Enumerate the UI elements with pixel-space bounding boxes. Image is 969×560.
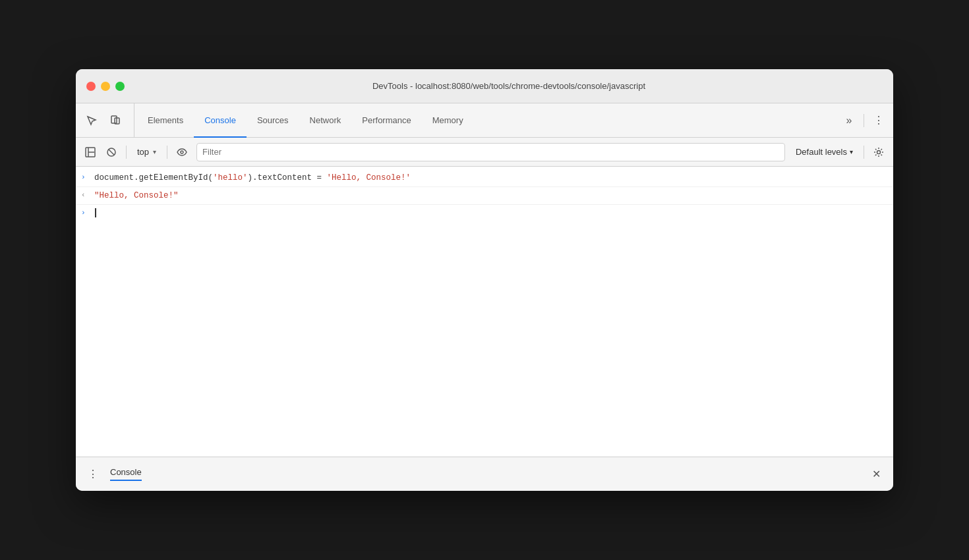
cursor bbox=[95, 208, 96, 217]
tab-bar-icons bbox=[81, 103, 134, 137]
console-toolbar: top ▾ Default levels ▾ bbox=[76, 138, 893, 167]
context-selector[interactable]: top ▾ bbox=[132, 143, 162, 161]
drawer-tab-console[interactable]: Console bbox=[102, 467, 150, 481]
output-arrow-icon: ‹ bbox=[81, 190, 92, 202]
cursor-arrow-icon: › bbox=[81, 208, 92, 219]
toolbar-divider-2 bbox=[167, 146, 167, 159]
tab-console[interactable]: Console bbox=[194, 104, 247, 138]
toolbar-divider-3 bbox=[864, 146, 864, 159]
console-cursor-line[interactable]: › bbox=[76, 205, 893, 221]
minimize-window-button[interactable] bbox=[101, 82, 110, 91]
tab-bar: Elements Console Sources Network Perform… bbox=[76, 103, 893, 138]
filter-input-wrapper bbox=[196, 143, 785, 161]
divider bbox=[864, 114, 864, 127]
drawer-menu-button[interactable]: ⋮ bbox=[84, 465, 102, 484]
console-output-content: "Hello, Console!" bbox=[94, 189, 888, 202]
toolbar-divider-1 bbox=[126, 146, 127, 159]
eye-icon-button[interactable] bbox=[173, 143, 191, 161]
maximize-window-button[interactable] bbox=[115, 82, 125, 91]
tab-sources[interactable]: Sources bbox=[247, 104, 299, 138]
console-line-output: ‹ "Hello, Console!" bbox=[76, 187, 893, 205]
svg-point-7 bbox=[181, 151, 183, 154]
title-bar: DevTools - localhost:8080/web/tools/chro… bbox=[76, 69, 893, 103]
window-controls bbox=[86, 82, 125, 91]
devtools-window: DevTools - localhost:8080/web/tools/chro… bbox=[76, 69, 893, 491]
filter-input[interactable] bbox=[202, 147, 779, 157]
window-title: DevTools - localhost:8080/web/tools/chro… bbox=[135, 81, 883, 91]
bottom-drawer: ⋮ Console ✕ bbox=[76, 457, 893, 491]
chevron-down-icon: ▾ bbox=[850, 148, 853, 155]
input-arrow-icon[interactable]: › bbox=[81, 172, 92, 184]
tab-elements[interactable]: Elements bbox=[137, 104, 194, 138]
svg-rect-0 bbox=[111, 116, 117, 123]
device-mode-icon-button[interactable] bbox=[105, 110, 126, 131]
svg-line-6 bbox=[109, 150, 114, 155]
chevron-down-icon: ▾ bbox=[153, 148, 156, 155]
tab-overflow-button[interactable]: » bbox=[840, 111, 858, 130]
console-line-content: document.getElementById('hello').textCon… bbox=[94, 171, 888, 184]
default-levels-button[interactable]: Default levels ▾ bbox=[790, 143, 858, 161]
devtools-menu-button[interactable]: ⋮ bbox=[869, 111, 888, 130]
clear-console-button[interactable] bbox=[102, 143, 121, 161]
console-line-input: › document.getElementById('hello').textC… bbox=[76, 169, 893, 187]
drawer-tab-underline bbox=[110, 480, 142, 481]
tab-performance[interactable]: Performance bbox=[351, 104, 421, 138]
tab-bar-right: » ⋮ bbox=[840, 103, 888, 137]
tab-memory[interactable]: Memory bbox=[422, 104, 474, 138]
tab-network[interactable]: Network bbox=[299, 104, 352, 138]
inspect-icon-button[interactable] bbox=[81, 110, 102, 131]
drawer-close-button[interactable]: ✕ bbox=[867, 465, 885, 484]
console-settings-button[interactable] bbox=[869, 143, 888, 161]
svg-point-8 bbox=[877, 150, 881, 154]
console-sidebar-toggle-button[interactable] bbox=[81, 143, 100, 161]
close-window-button[interactable] bbox=[86, 82, 96, 91]
main-tabs: Elements Console Sources Network Perform… bbox=[137, 103, 840, 137]
console-output[interactable]: › document.getElementById('hello').textC… bbox=[76, 167, 893, 457]
